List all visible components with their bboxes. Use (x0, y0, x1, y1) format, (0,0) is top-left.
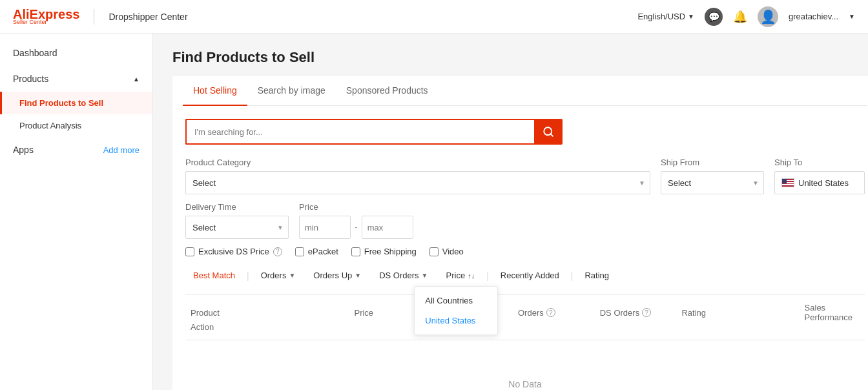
products-collapse-icon: ▲ (133, 76, 140, 83)
col-sales-performance: Sales Performance (800, 303, 865, 322)
tab-search-by-image[interactable]: Search by image (247, 76, 336, 106)
username-dropdown-icon[interactable]: ▼ (849, 13, 855, 20)
sort-price-label: Price (446, 271, 466, 280)
sidebar-item-find-products[interactable]: Find Products to Sell (0, 92, 152, 114)
sort-rating[interactable]: Rating (577, 267, 617, 284)
ship-to-filter: Ship To United States (774, 158, 865, 194)
find-products-label: Find Products to Sell (19, 98, 103, 108)
sidebar-item-product-analysis[interactable]: Product Analysis (0, 114, 152, 137)
sidebar-item-dashboard[interactable]: Dashboard (0, 40, 152, 66)
header-divider (94, 9, 94, 25)
sort-orders-up[interactable]: Orders Up ▼ All Countries United States (305, 267, 369, 284)
col-sales-performance-label: Sales Performance (805, 303, 860, 322)
sort-price[interactable]: Price ↑↓ (439, 267, 483, 284)
product-analysis-label: Product Analysis (19, 121, 81, 130)
tabs: Hot Selling Search by image Sponsored Pr… (183, 76, 867, 106)
price-sort-arrow-icon: ↑↓ (468, 272, 475, 280)
col-action-label: Action (191, 322, 214, 332)
filters-top-row: Product Category Select Ship From Select (185, 158, 865, 194)
no-data-message: No Data (185, 340, 865, 390)
col-product-label: Product (191, 308, 220, 318)
language-text: English/USD (637, 12, 685, 21)
ship-to-label: Ship To (774, 158, 865, 167)
sort-divider-1: | (245, 271, 251, 281)
notification-icon[interactable]: 🔔 (733, 10, 747, 24)
aliexpress-logo[interactable]: AliExpress Seller Center (13, 8, 79, 25)
dashboard-label: Dashboard (13, 48, 57, 58)
free-shipping-label: Free Shipping (364, 247, 417, 256)
sort-rating-label: Rating (584, 271, 609, 280)
ship-to-box[interactable]: United States (774, 171, 865, 194)
sort-orders-label: Orders (261, 271, 287, 280)
exclusive-ds-help-icon[interactable]: ? (273, 247, 282, 256)
tab-hot-selling[interactable]: Hot Selling (183, 76, 247, 106)
us-flag-icon (781, 178, 794, 187)
col-orders-label: Orders (518, 308, 544, 318)
filters-middle-row: Delivery Time Select Price - (185, 202, 865, 239)
sidebar-section-products[interactable]: Products ▲ (0, 66, 152, 92)
language-selector[interactable]: English/USD ▼ (637, 12, 694, 21)
ship-from-label: Ship From (661, 158, 764, 167)
ship-from-select[interactable]: Select (661, 171, 764, 194)
video-label: Video (442, 247, 464, 256)
sort-divider-3: | (570, 271, 575, 281)
video-checkbox[interactable] (429, 247, 439, 256)
sort-ds-orders[interactable]: DS Orders ▼ (371, 267, 435, 284)
add-more-link[interactable]: Add more (103, 145, 140, 155)
col-rating: Rating (676, 303, 799, 322)
product-category-select[interactable]: Select (185, 171, 650, 194)
avatar[interactable]: 👤 (758, 6, 778, 27)
exclusive-ds-checkbox[interactable] (185, 247, 194, 256)
products-label: Products (13, 74, 48, 84)
no-data-text: No Data (508, 379, 541, 389)
chat-icon[interactable]: 💬 (705, 8, 723, 26)
price-min-input[interactable] (299, 216, 351, 239)
epacket-label: ePacket (308, 247, 338, 256)
orders-help-icon[interactable]: ? (546, 308, 555, 317)
product-category-filter: Product Category Select (185, 158, 650, 194)
apps-label: Apps (13, 145, 34, 155)
price-filter: Price - (299, 202, 413, 239)
col-price-label: Price (354, 308, 373, 318)
product-category-select-wrapper: Select (185, 171, 650, 194)
sort-recently-added-label: Recently Added (501, 271, 559, 280)
header: AliExpress Seller Center Dropshipper Cen… (0, 0, 868, 34)
col-orders: Orders ? (513, 303, 595, 322)
delivery-time-filter: Delivery Time Select (185, 202, 289, 239)
orders-up-popup: All Countries United States (414, 286, 498, 335)
epacket-checkbox[interactable] (295, 247, 304, 256)
delivery-time-select[interactable]: Select (185, 216, 289, 239)
search-input[interactable] (185, 119, 534, 145)
search-row (185, 119, 865, 145)
checkbox-epacket[interactable]: ePacket (295, 247, 338, 256)
sort-ds-orders-label: DS Orders (379, 271, 418, 280)
price-range: - (299, 216, 413, 239)
orders-up-dropdown-icon: ▼ (355, 272, 361, 279)
sort-best-match-label: Best Match (193, 271, 235, 280)
ship-from-filter: Ship From Select (661, 158, 764, 194)
main-content: Find Products to Sell Hot Selling Search… (153, 34, 868, 390)
search-button[interactable] (534, 119, 563, 145)
checkbox-row: Exclusive DS Price ? ePacket Free Shippi… (185, 247, 865, 256)
price-max-input[interactable] (362, 216, 413, 239)
tab-sponsored-products[interactable]: Sponsored Products (336, 76, 439, 106)
free-shipping-checkbox[interactable] (351, 247, 360, 256)
col-ds-orders-label: DS Orders (600, 308, 639, 318)
username-label[interactable]: greatachiev... (789, 12, 838, 21)
sort-row: Best Match | Orders ▼ Orders Up ▼ All Co… (185, 267, 865, 284)
checkbox-free-shipping[interactable]: Free Shipping (351, 247, 417, 256)
sort-best-match[interactable]: Best Match (185, 267, 243, 284)
ds-orders-help-icon[interactable]: ? (642, 308, 651, 317)
popup-all-countries[interactable]: All Countries (415, 291, 497, 311)
sort-orders[interactable]: Orders ▼ (253, 267, 304, 284)
layout: Dashboard Products ▲ Find Products to Se… (0, 34, 868, 390)
lang-dropdown-icon: ▼ (688, 13, 694, 20)
product-category-label: Product Category (185, 158, 650, 167)
delivery-time-label: Delivery Time (185, 202, 289, 212)
sort-recently-added[interactable]: Recently Added (493, 267, 567, 284)
popup-united-states[interactable]: United States (415, 311, 497, 331)
checkbox-exclusive-ds[interactable]: Exclusive DS Price ? (185, 247, 282, 256)
checkbox-video[interactable]: Video (429, 247, 464, 256)
ds-orders-dropdown-icon: ▼ (422, 272, 428, 279)
col-product: Product (185, 303, 349, 322)
